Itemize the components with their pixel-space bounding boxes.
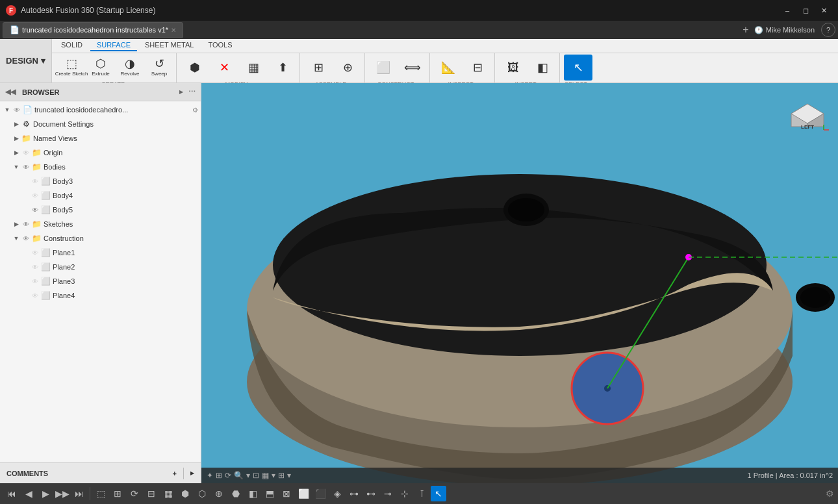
bt-step-fwd[interactable]: ▶▶ — [55, 486, 70, 501]
comments-expand-icon[interactable]: + — [173, 470, 177, 477]
browser-expand-icon[interactable]: ▸ — [179, 88, 183, 96]
viewport[interactable]: LEFT ✦ ⊞ ⟳ 🔍 ▾ ⊡ ▦ ▾ ⊞ ▾ 1 Profile | Are… — [201, 83, 838, 483]
bt-tool10[interactable]: ◧ — [245, 486, 260, 501]
insert-btn2[interactable]: ◧ — [528, 55, 557, 81]
tree-item-body5[interactable]: 👁 ⬜ Body5 — [0, 203, 201, 217]
tab-user-area[interactable]: 🕐 Mike Mikkelson — [754, 26, 815, 34]
bt-tool17[interactable]: ⊷ — [363, 486, 379, 501]
bt-step-back[interactable]: ◀ — [21, 486, 36, 501]
restore-button[interactable]: ◻ — [796, 1, 815, 19]
view-tool-btn5[interactable]: ▾ — [246, 471, 250, 480]
browser-collapse-icon[interactable]: ◀◀ — [5, 88, 16, 96]
select-button[interactable]: ↖ — [564, 55, 592, 81]
tab-tools[interactable]: TOOLS — [201, 40, 238, 51]
bt-skip-fwd[interactable]: ⏭ — [71, 486, 87, 501]
tab-solid[interactable]: SOLID — [55, 40, 89, 51]
bt-tool4[interactable]: ⊟ — [144, 486, 159, 501]
tree-item-origin[interactable]: ▶ 👁 📁 Origin — [0, 145, 201, 160]
plane3-eye-icon[interactable]: 👁 — [30, 278, 40, 285]
modify-btn1[interactable]: ⬢ — [181, 55, 209, 81]
bt-tool18[interactable]: ⊸ — [380, 486, 396, 501]
body3-eye-icon[interactable]: 👁 — [30, 178, 40, 185]
view-tool-btn9[interactable]: ⊞ — [278, 471, 285, 480]
minimize-button[interactable]: – — [778, 1, 796, 19]
sketches-eye-icon[interactable]: 👁 — [21, 221, 31, 228]
modify-btn4[interactable]: ⬆ — [268, 55, 297, 81]
browser-more-icon[interactable]: ⋯ — [188, 88, 196, 96]
view-tool-btn1[interactable]: ✦ — [207, 471, 213, 480]
tree-item-doc-settings[interactable]: ▶ ⚙ Document Settings — [0, 117, 201, 131]
sweep-button[interactable]: ↺ Sweep — [145, 55, 173, 81]
tree-item-plane3[interactable]: 👁 ⬜ Plane3 — [0, 274, 201, 288]
bt-tool16[interactable]: ⊶ — [346, 486, 362, 501]
bt-tool3[interactable]: ⟳ — [127, 486, 142, 501]
bt-tool13[interactable]: ⬜ — [296, 486, 311, 501]
bt-play[interactable]: ▶ — [38, 486, 53, 501]
tab-close-icon[interactable]: ✕ — [171, 27, 176, 34]
tree-item-plane2[interactable]: 👁 ⬜ Plane2 — [0, 260, 201, 274]
bt-tool5[interactable]: ▦ — [160, 486, 176, 501]
bt-tool9[interactable]: ⬣ — [228, 486, 244, 501]
view-tool-btn3[interactable]: ⟳ — [225, 471, 231, 480]
view-tool-btn8[interactable]: ▾ — [272, 471, 275, 480]
tree-item-plane4[interactable]: 👁 ⬜ Plane4 — [0, 288, 201, 303]
bt-tool2[interactable]: ⊞ — [110, 486, 125, 501]
tab-surface[interactable]: SURFACE — [90, 40, 137, 51]
revolve-button[interactable]: ◑ Revolve — [116, 55, 144, 81]
plane1-eye-icon[interactable]: 👁 — [30, 249, 40, 257]
construct-btn1[interactable]: ⬜ — [369, 55, 398, 81]
origin-eye-icon[interactable]: 👁 — [21, 149, 31, 157]
bt-tool8[interactable]: ⊕ — [211, 486, 227, 501]
construct-btn2[interactable]: ⟺ — [398, 55, 427, 81]
bt-tool20[interactable]: ⊺ — [414, 486, 429, 501]
tab-sheet-metal[interactable]: SHEET METAL — [138, 40, 200, 51]
tree-item-bodies[interactable]: ▼ 👁 📁 Bodies — [0, 160, 201, 174]
assemble-btn2[interactable]: ⊕ — [333, 55, 362, 81]
body4-eye-icon[interactable]: 👁 — [30, 192, 40, 199]
tab-add-button[interactable]: + — [739, 23, 753, 37]
main-tab[interactable]: 📄 truncated icosidodecahedron instructab… — [3, 22, 183, 38]
bt-tool19[interactable]: ⊹ — [397, 486, 413, 501]
tree-item-root[interactable]: ▼ 👁 📄 truncated icosidodecahedro... ⚙ — [0, 103, 201, 117]
view-tool-btn7[interactable]: ▦ — [262, 471, 269, 480]
bt-active-tool[interactable]: ↖ — [431, 486, 446, 501]
close-button[interactable]: ✕ — [815, 1, 833, 19]
inspect-btn1[interactable]: 📐 — [434, 55, 463, 81]
tree-item-plane1[interactable]: 👁 ⬜ Plane1 — [0, 246, 201, 260]
construction-eye-icon[interactable]: 👁 — [21, 235, 31, 242]
inspect-btn2[interactable]: ⊟ — [463, 55, 492, 81]
view-tool-btn6[interactable]: ⊡ — [253, 471, 259, 480]
bt-skip-back[interactable]: ⏮ — [4, 486, 19, 501]
extrude-button[interactable]: ⬡ Extrude — [86, 55, 115, 81]
modify-btn2[interactable]: ✕ — [210, 55, 238, 81]
root-eye-icon[interactable]: 👁 — [12, 107, 22, 114]
bt-tool6[interactable]: ⬢ — [177, 486, 193, 501]
create-sketch-button[interactable]: ⬚ Create Sketch — [57, 55, 86, 81]
view-tool-btn4[interactable]: 🔍 — [234, 471, 244, 480]
tree-item-sketches[interactable]: ▶ 👁 📁 Sketches — [0, 217, 201, 231]
view-tool-btn10[interactable]: ▾ — [287, 471, 291, 480]
bt-settings-icon[interactable]: ⚙ — [826, 488, 834, 499]
bt-tool12[interactable]: ⊠ — [279, 486, 294, 501]
tree-item-construction[interactable]: ▼ 👁 📁 Construction — [0, 231, 201, 246]
modify-btn3[interactable]: ▦ — [239, 55, 268, 81]
bt-tool11[interactable]: ⬒ — [262, 486, 277, 501]
assemble-btn1[interactable]: ⊞ — [304, 55, 333, 81]
body5-eye-icon[interactable]: 👁 — [30, 207, 40, 214]
bt-tool1[interactable]: ⬚ — [93, 486, 108, 501]
comments-more-icon[interactable]: ▸ — [190, 469, 194, 477]
bt-tool14[interactable]: ⬛ — [312, 486, 328, 501]
nav-cube[interactable]: LEFT — [785, 91, 830, 136]
bt-tool7[interactable]: ⬡ — [194, 486, 210, 501]
tree-item-named-views[interactable]: ▶ 📁 Named Views — [0, 131, 201, 145]
plane4-eye-icon[interactable]: 👁 — [30, 292, 40, 299]
bodies-eye-icon[interactable]: 👁 — [21, 164, 31, 171]
insert-btn1[interactable]: 🖼 — [499, 55, 527, 81]
root-settings-icon[interactable]: ⚙ — [192, 107, 198, 114]
view-tool-btn2[interactable]: ⊞ — [216, 471, 222, 480]
plane2-eye-icon[interactable]: 👁 — [30, 264, 40, 271]
tree-item-body4[interactable]: 👁 ⬜ Body4 — [0, 188, 201, 203]
tree-item-body3[interactable]: 👁 ⬜ Body3 — [0, 174, 201, 188]
bt-tool15[interactable]: ◈ — [329, 486, 345, 501]
design-button[interactable]: DESIGN ▾ — [0, 39, 52, 82]
